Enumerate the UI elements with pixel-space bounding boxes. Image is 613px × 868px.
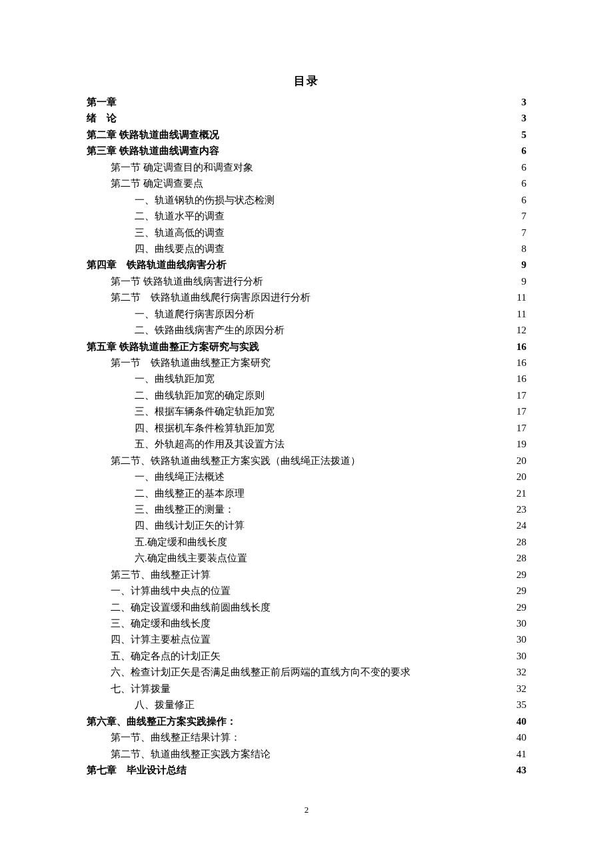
toc-entry: 二、曲线整正的基本原理21 (87, 485, 526, 501)
toc-entry-label: 绪 论 (87, 110, 117, 126)
toc-entry-label: 二、确定设置缓和曲线前圆曲线长度 (111, 599, 271, 615)
toc-entry: 二、轨道水平的调查7 (87, 208, 526, 224)
toc-entry-page: 17 (516, 420, 526, 436)
toc-entry-page: 30 (516, 631, 526, 647)
toc-entry-page: 21 (516, 485, 526, 501)
toc-entry-label: 一、计算曲线中央点的位置 (111, 583, 231, 599)
toc-entry-label: 第三章 铁路轨道曲线调查内容 (87, 143, 219, 159)
toc-entry-page: 16 (516, 371, 526, 387)
toc-entry: 第六章、曲线整正方案实践操作：40 (87, 713, 526, 729)
toc-entry-label: 第二节 铁路轨道曲线爬行病害原因进行分析 (111, 289, 310, 305)
toc-entry-label: 第五章 铁路轨道曲整正方案研究与实践 (87, 339, 259, 355)
toc-entry-label: 五、外轨超高的作用及其设置方法 (135, 436, 285, 452)
toc-entry-label: 二、曲线整正的基本原理 (135, 485, 245, 501)
toc-entry-label: 第四章 铁路轨道曲线病害分析 (87, 257, 227, 273)
toc-entry: 一、计算曲线中央点的位置29 (87, 583, 526, 599)
toc-entry-label: 五、确定各点的计划正矢 (111, 648, 221, 664)
toc-entry-label: 第七章 毕业设计总结 (87, 762, 187, 778)
toc-entry-page: 29 (516, 583, 526, 599)
toc-entry-label: 三、轨道高低的调查 (135, 225, 225, 241)
toc-entry-page: 8 (522, 241, 527, 257)
toc-entry-label: 四、曲线要点的调查 (135, 241, 225, 257)
toc-entry-page: 6 (522, 159, 527, 175)
toc-entry: 第五章 铁路轨道曲整正方案研究与实践16 (87, 339, 526, 355)
toc-entry: 四、曲线要点的调查8 (87, 241, 526, 257)
toc-entry-page: 32 (516, 681, 526, 697)
toc-entry: 三、根据车辆条件确定轨距加宽17 (87, 403, 526, 419)
toc-entry-label: 第三节、曲线整正计算 (111, 567, 211, 583)
toc-entry-label: 第二章 铁路轨道曲线调查概况 (87, 127, 219, 143)
toc-entry: 二、确定设置缓和曲线前圆曲线长度29 (87, 599, 526, 615)
toc-entry-label: 第二节、铁路轨道曲线整正方案实践（曲线绳正法拨道） (111, 453, 360, 469)
toc-entry-label: 八、拨量修正 (135, 697, 195, 713)
toc-entry: 第四章 铁路轨道曲线病害分析9 (87, 257, 526, 273)
toc-entry-label: 第一节 铁路轨道曲线整正方案研究 (111, 355, 271, 371)
toc-entry: 第二节、轨道曲线整正实践方案结论41 (87, 746, 526, 762)
toc-entry-label: 七、计算拨量 (111, 681, 171, 697)
toc-entry-page: 35 (516, 697, 526, 713)
toc-entry-label: 一、曲线绳正法概述 (135, 469, 225, 485)
toc-entry-page: 32 (516, 664, 526, 680)
toc-entry-page: 29 (516, 567, 526, 583)
toc-entry-label: 一、轨道钢轨的伤损与状态检测 (135, 192, 275, 208)
toc-entry-label: 第一章 (87, 94, 117, 110)
toc-entry: 一、轨道爬行病害原因分析11 (87, 306, 526, 322)
toc-entry-page: 19 (516, 436, 526, 452)
toc-entry: 五、确定各点的计划正矢30 (87, 648, 526, 664)
toc-entry-page: 16 (516, 339, 526, 355)
toc-entry: 五.确定缓和曲线长度28 (87, 534, 526, 550)
toc-entry-label: 四、曲线计划正矢的计算 (135, 517, 245, 533)
toc-entry: 第二节 确定调查要点6 (87, 175, 526, 191)
toc-entry-label: 三、确定缓和曲线长度 (111, 615, 211, 631)
toc-entry-page: 6 (522, 175, 527, 191)
toc-entry-label: 一、曲线轨距加宽 (135, 371, 215, 387)
toc-entry-page: 40 (516, 729, 526, 745)
toc-entry-page: 20 (516, 469, 526, 485)
toc-title: 目录 (87, 73, 526, 89)
toc-entry-label: 一、轨道爬行病害原因分析 (135, 306, 255, 322)
toc-entry: 六.确定曲线主要装点位置28 (87, 550, 526, 566)
toc-entry: 一、轨道钢轨的伤损与状态检测6 (87, 192, 526, 208)
toc-entry-label: 四、计算主要桩点位置 (111, 631, 211, 647)
toc-entry-page: 9 (522, 273, 527, 289)
toc-entry-page: 7 (522, 208, 527, 224)
toc-entry: 八、拨量修正35 (87, 697, 526, 713)
toc-entry-page: 3 (522, 110, 527, 126)
toc-entry-label: 五.确定缓和曲线长度 (135, 534, 227, 550)
toc-entry-page: 29 (516, 599, 526, 615)
toc-entry-page: 7 (522, 225, 527, 241)
toc-entry-label: 四、根据机车条件检算轨距加宽 (135, 420, 275, 436)
toc-entry-page: 30 (516, 648, 526, 664)
toc-entry-label: 第六章、曲线整正方案实践操作： (87, 713, 237, 729)
toc-entry-label: 第二节、轨道曲线整正实践方案结论 (111, 746, 271, 762)
toc-entry: 二、曲线轨距加宽的确定原则17 (87, 387, 526, 403)
toc-entry-label: 三、曲线整正的测量： (135, 501, 235, 517)
toc-entry-page: 24 (516, 517, 526, 533)
toc-entry: 四、计算主要桩点位置30 (87, 631, 526, 647)
toc-entry-page: 12 (516, 322, 526, 338)
toc-entry: 第七章 毕业设计总结43 (87, 762, 526, 778)
toc-entry-page: 40 (516, 713, 526, 729)
toc-entry: 三、轨道高低的调查7 (87, 225, 526, 241)
toc-entry-page: 16 (516, 355, 526, 371)
toc-entry-page: 30 (516, 615, 526, 631)
toc-entry: 第一节、曲线整正结果计算：40 (87, 729, 526, 745)
toc-entry-page: 3 (522, 94, 527, 110)
toc-entry: 第一节 铁路轨道曲线整正方案研究16 (87, 355, 526, 371)
toc-entry-page: 9 (522, 257, 527, 273)
toc-entry-page: 11 (517, 289, 526, 305)
page-number: 2 (87, 805, 526, 815)
toc-entry: 第一章3 (87, 94, 526, 110)
toc-entry-page: 6 (522, 192, 527, 208)
toc-entry-label: 三、根据车辆条件确定轨距加宽 (135, 403, 275, 419)
toc-entry-page: 20 (516, 453, 526, 469)
toc-entry-page: 17 (516, 387, 526, 403)
toc-entry-page: 43 (516, 762, 526, 778)
toc-entry-page: 28 (516, 550, 526, 566)
toc-entry: 第二节 铁路轨道曲线爬行病害原因进行分析11 (87, 289, 526, 305)
toc-entry-label: 二、曲线轨距加宽的确定原则 (135, 387, 265, 403)
toc-entry-page: 41 (516, 746, 526, 762)
toc-entry-label: 第一节、曲线整正结果计算： (111, 729, 241, 745)
toc-list: 第一章3绪 论3第二章 铁路轨道曲线调查概况5第三章 铁路轨道曲线调查内容6第一… (87, 94, 526, 778)
toc-entry-label: 六、检查计划正矢是否满足曲线整正前后两端的直线方向不变的要求 (111, 664, 410, 680)
